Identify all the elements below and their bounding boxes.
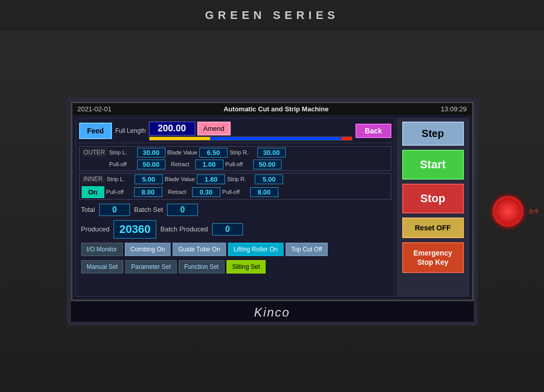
combing-on-button[interactable]: Combing On [125, 243, 171, 256]
time-display: 13:09:29 [441, 105, 467, 113]
emergency-red-button[interactable] [493, 196, 523, 227]
inner-retract-value[interactable]: 0.30 [192, 187, 220, 197]
right-panel: Step Start Stop Reset OFF Emergency Stop… [397, 118, 469, 297]
emergency-stop-button[interactable]: Emergency Stop Key [402, 242, 464, 273]
parameter-set-button[interactable]: Parameter Set [125, 260, 176, 273]
top-cut-off-button[interactable]: Top Cut Off [286, 243, 328, 256]
inner-strip-r-label: Strip R. [227, 176, 253, 182]
progress-red [342, 137, 352, 140]
start-button[interactable]: Start [402, 150, 464, 180]
feed-button[interactable]: Feed [79, 123, 112, 139]
outer-blade-label: Blade Value [167, 149, 198, 155]
total-value[interactable]: 0 [99, 204, 130, 216]
guide-tube-on-button[interactable]: Guide Tube On [173, 243, 226, 256]
date-display: 2021-02-01 [78, 105, 112, 113]
outer-retract-label: Retract [167, 161, 193, 167]
outer-pulloff-value[interactable]: 50.00 [137, 160, 165, 169]
manual-set-button[interactable]: Manual Set [81, 260, 124, 273]
step-button[interactable]: Step [402, 122, 464, 146]
lifting-roller-on-button[interactable]: Lifting Roller On [228, 243, 284, 256]
inner-blade-label: Blade Value [165, 176, 195, 182]
produced-value[interactable]: 20360 [114, 220, 156, 239]
stop-button[interactable]: Stop [402, 184, 464, 213]
produced-label: Produced [81, 225, 110, 233]
outer-retract-value[interactable]: 1.00 [195, 160, 223, 169]
outer-strip-l-value[interactable]: 30.00 [137, 148, 165, 158]
outer-section: OUTER Strip L. 30.00 Blade Value 6.50 St… [79, 146, 391, 171]
kinco-label: Kinco [71, 301, 474, 322]
title-display: Automatic Cut and Strip Machine [223, 105, 328, 113]
batch-produced-value[interactable]: 0 [212, 223, 243, 236]
progress-yellow [149, 137, 210, 140]
inner-pulloff-label: Pull-off [106, 189, 132, 195]
inner-pulloff2-value[interactable]: 8.00 [250, 187, 278, 197]
outer-header-row: OUTER Strip L. 30.00 Blade Value 6.50 St… [80, 147, 391, 159]
hmi-wrapper: 2021-02-01 Automatic Cut and Strip Machi… [67, 97, 478, 326]
inner-strip-l-label: Strip L. [107, 176, 133, 182]
batch-set-value[interactable]: 0 [167, 204, 198, 216]
inner-section: INNER Strip L. 5.00 Blade Value 1.80 Str… [79, 173, 391, 200]
outer-strip-r-value[interactable]: 30.00 [257, 148, 286, 158]
outer-pulloff-row: Pull-off 50.00 Retract 1.00 Pull-off 50.… [80, 159, 391, 170]
totals-row: Total 0 Batch Set 0 [79, 202, 391, 218]
inner-header-row: INNER Strip L. 5.00 Blade Value 1.80 Str… [80, 173, 391, 185]
inner-strip-l-value[interactable]: 5.00 [135, 174, 163, 184]
bottom-buttons-row2: Manual Set Parameter Set Function Set Sl… [79, 258, 391, 276]
outer-label: OUTER [82, 148, 107, 157]
outer-strip-r-label: Strip R. [230, 149, 255, 155]
full-length-value[interactable]: 200.00 [149, 122, 195, 135]
outer-pulloff2-value[interactable]: 50.00 [253, 160, 282, 169]
function-set-button[interactable]: Function Set [179, 260, 224, 273]
inner-pulloff2-label: Pull-off [222, 189, 248, 195]
brand-label: GREEN SERIES [205, 9, 339, 22]
batch-produced-label: Batch Produced [160, 225, 208, 233]
full-length-label: Full Length [115, 127, 145, 134]
progress-blue [210, 137, 342, 140]
outer-blade-value[interactable]: 6.50 [199, 148, 228, 158]
outer-strip-l-label: Strip L. [109, 149, 135, 155]
left-panel: Feed Full Length 200.00 Amend [76, 118, 395, 297]
hmi-screen: 2021-02-01 Automatic Cut and Strip Machi… [71, 102, 474, 301]
hmi-content: Feed Full Length 200.00 Amend [72, 115, 472, 300]
progress-bar [149, 136, 352, 141]
back-button[interactable]: Back [355, 124, 391, 138]
inner-strip-r-value[interactable]: 5.00 [255, 174, 283, 184]
top-bar: GREEN SERIES [0, 0, 544, 31]
outer-pulloff2-label: Pull-off [226, 161, 251, 167]
inner-label: INNER [82, 174, 105, 184]
outer-pulloff-label: Pull-off [109, 161, 135, 167]
reset-off-button[interactable]: Reset OFF [402, 218, 464, 238]
produced-row: Produced 20360 Batch Produced 0 [79, 218, 391, 241]
inner-blade-value[interactable]: 1.80 [197, 174, 225, 184]
sliting-set-button[interactable]: Sliting Set [227, 260, 266, 273]
emergency-label-cn: 急停 [529, 208, 539, 215]
total-label: Total [81, 206, 95, 213]
inner-pulloff-value[interactable]: 8.00 [134, 187, 162, 197]
machine-body: GREEN SERIES 2021-02-01 Automatic Cut an… [0, 0, 544, 392]
inner-pulloff-row: On Pull-off 8.00 Retract 0.30 Pull-off 8… [80, 185, 391, 199]
inner-retract-label: Retract [164, 189, 190, 195]
bottom-buttons-row1: I/O Monitor Combing On Guide Tube On Lif… [79, 241, 391, 258]
io-monitor-button[interactable]: I/O Monitor [81, 243, 123, 256]
batch-set-label: Batch Set [134, 206, 163, 213]
amend-button[interactable]: Amend [197, 122, 231, 135]
feed-row: Feed Full Length 200.00 Amend [79, 122, 391, 143]
inner-on-button[interactable]: On [82, 186, 104, 198]
hmi-header: 2021-02-01 Automatic Cut and Strip Machi… [72, 103, 472, 115]
